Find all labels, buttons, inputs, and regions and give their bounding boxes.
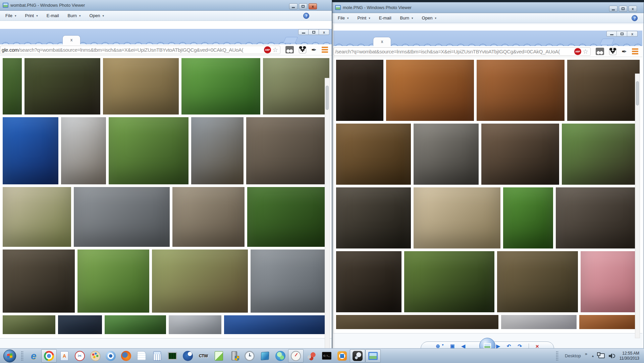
molecule-app-taskbar-button[interactable] (304, 349, 319, 363)
wombat-titlebar[interactable]: wombat.PNG - Windows Photo Viewer x (0, 0, 332, 11)
help-button[interactable]: ? (303, 13, 309, 19)
wombat-photo-viewer-window: wombat.PNG - Windows Photo Viewer x File… (0, 0, 332, 349)
menu-file[interactable]: File▾ (338, 15, 348, 20)
menu-e-mail[interactable]: E-mail (47, 13, 59, 18)
close-button[interactable]: x (629, 6, 637, 12)
photo-tile (3, 249, 75, 313)
image-row (3, 249, 329, 313)
wombat-screenshot-photo: x x gle.com/search?q=wombat&source=lnms&… (0, 21, 332, 338)
image-row (336, 251, 640, 312)
help-button[interactable]: ? (632, 15, 638, 21)
rotate-left-button[interactable]: ↶ (507, 344, 511, 349)
extension-quill-icon: ✒ (622, 48, 627, 55)
menu-open[interactable]: Open▾ (90, 13, 104, 18)
windows-photo-viewer-taskbar-button[interactable] (365, 349, 381, 363)
zoom-dropdown-icon[interactable]: ▾ (442, 344, 444, 347)
mole-image-grid (333, 57, 642, 333)
network-icon[interactable] (598, 353, 605, 358)
menu-burn[interactable]: Burn▾ (400, 15, 413, 20)
scrollbar-thumb (636, 81, 639, 105)
screenshot-window-controls: x (606, 31, 638, 37)
menu-file[interactable]: File▾ (5, 13, 16, 18)
notepad-plus-plus-taskbar-button[interactable] (211, 349, 226, 363)
menu-e-mail[interactable]: E-mail (379, 15, 391, 20)
system-monitor-taskbar-button[interactable] (165, 349, 180, 363)
mole-titlebar[interactable]: mole.PNG - Windows Photo Viewer x (332, 2, 644, 13)
photo-tile (61, 117, 106, 184)
menu-open[interactable]: Open▾ (422, 15, 436, 20)
internet-explorer-icon: e (29, 351, 39, 361)
start-button[interactable] (3, 350, 16, 362)
screenshot-window-controls: x (298, 29, 329, 35)
internet-explorer-taskbar-button[interactable]: e (26, 349, 41, 363)
address-bar: gle.com/search?q=wombat&source=lnms&tbm=… (0, 46, 280, 54)
menu-print[interactable]: Print▾ (357, 15, 370, 20)
command-prompt-taskbar-button[interactable]: C:\_ (319, 349, 334, 363)
screenshot-browser-toolbar: /search?q=wombat&source=lnms&tbm=isch&sa… (333, 46, 642, 57)
menu-print[interactable]: Print▾ (25, 13, 38, 18)
task-scheduler-icon (245, 351, 255, 361)
secure-cube-app-taskbar-button[interactable] (257, 349, 273, 363)
paint-taskbar-button[interactable] (88, 349, 103, 363)
gauge-app-taskbar-button[interactable] (288, 349, 304, 363)
close-icon: x (627, 31, 638, 37)
snipping-tool-taskbar-button[interactable]: ✂ (72, 349, 88, 363)
minimize-button[interactable] (289, 3, 298, 9)
restore-button[interactable] (619, 6, 627, 12)
browser-menu-icon (322, 47, 328, 53)
photo-tile (246, 117, 329, 184)
firefox-taskbar-button[interactable] (118, 349, 134, 363)
actual-size-icon[interactable]: ▣ (450, 344, 454, 348)
photo-tile (74, 187, 170, 247)
photo-tile (556, 187, 640, 248)
notepad-taskbar-button[interactable] (134, 349, 149, 363)
wordpad-taskbar-button[interactable]: A (57, 349, 72, 363)
calculator-taskbar-button[interactable] (149, 349, 165, 363)
notepad-plus-plus-icon (215, 351, 223, 361)
firefox-icon (121, 351, 131, 361)
next-button[interactable]: ▶ (496, 344, 500, 349)
screenshot-whitespace (333, 25, 642, 31)
dropdown-arrow-icon: ▾ (79, 14, 81, 17)
system-tray: Desktop » ▲ 12:55 AM 11/30/2013 (554, 351, 642, 361)
address-bar: /search?q=wombat&source=lnms&tbm=isch&sa… (333, 47, 591, 56)
steam-taskbar-button[interactable] (350, 349, 365, 363)
tray-clock[interactable]: 12:55 AM 11/30/2013 (620, 351, 639, 361)
photo-tile (263, 58, 329, 115)
image-row (336, 60, 640, 121)
zoom-icon[interactable]: ⊕ (436, 344, 440, 349)
photo-tile (58, 315, 102, 334)
desktop-toolbar-label[interactable]: Desktop (565, 353, 581, 358)
dropdown-arrow-icon: ▾ (102, 14, 104, 17)
command-prompt-icon: C:\_ (322, 352, 331, 360)
screenshot-browser-tabstrip: x x (333, 31, 642, 46)
extension-panda-icon (299, 46, 306, 53)
toolbar-chevron-icon[interactable]: » (585, 351, 587, 356)
chrome-taskbar-button[interactable] (41, 349, 57, 363)
task-scheduler-taskbar-button[interactable] (242, 349, 257, 363)
mole-window-title: mole.PNG - Windows Photo Viewer (343, 5, 412, 10)
show-hidden-icons-button[interactable]: ▲ (591, 354, 594, 358)
chromium-taskbar-button[interactable] (103, 349, 118, 363)
secure-cube-app-icon (261, 352, 269, 360)
photo-tile (152, 249, 248, 313)
thunderbird-taskbar-button[interactable] (180, 349, 196, 363)
photo-tile (336, 251, 401, 312)
rotate-right-button[interactable]: ↷ (518, 344, 522, 349)
photo-tile (3, 58, 22, 115)
network-globe-app-taskbar-button[interactable] (273, 349, 288, 363)
volume-icon[interactable] (609, 353, 615, 359)
image-row (336, 187, 640, 248)
minimize-button[interactable] (609, 6, 618, 12)
menu-burn[interactable]: Burn▾ (68, 13, 81, 18)
previous-button[interactable]: ◀ (462, 344, 466, 349)
extension-dots-icon (285, 46, 294, 53)
restore-button[interactable] (299, 3, 307, 9)
close-button[interactable]: x (309, 3, 317, 9)
screenshot-browser-toolbar: gle.com/search?q=wombat&source=lnms&tbm=… (0, 44, 332, 55)
image-row (3, 315, 329, 334)
device-manager-taskbar-button[interactable] (226, 349, 242, 363)
vmware-taskbar-button[interactable] (334, 349, 350, 363)
notepad-icon (137, 351, 146, 360)
ctw-app-taskbar-button[interactable]: CTW (196, 349, 211, 363)
